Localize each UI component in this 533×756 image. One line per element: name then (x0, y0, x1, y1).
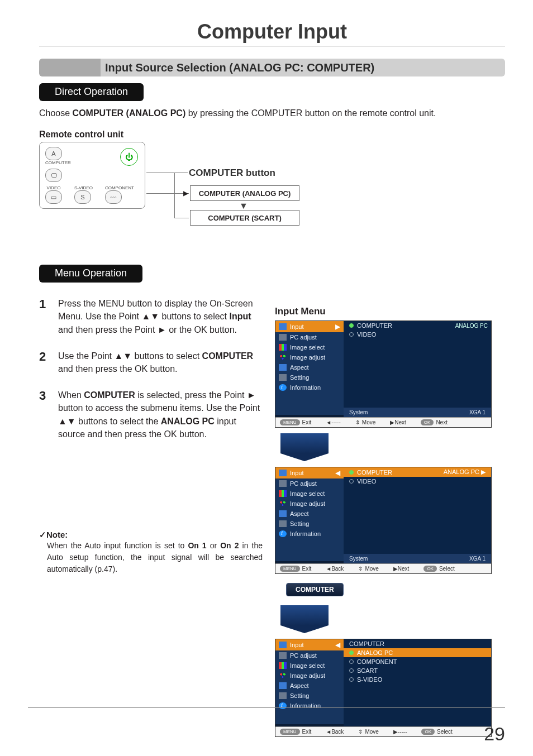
image-select-icon (279, 344, 287, 351)
sidebar-item-pc-adjust: PC adjust (275, 332, 344, 342)
main-item-scart: SCART (344, 666, 491, 675)
info-icon (279, 702, 287, 709)
analog-pc-tag: ANALOG PC (455, 323, 488, 329)
note-block: ✓Note: When the Auto input function is s… (39, 530, 263, 575)
step-2: 2 Use the Point ▲▼ buttons to select COM… (39, 350, 263, 375)
note-text: When the Auto input function is set to O… (47, 540, 263, 575)
video-label: VIDEO (45, 185, 62, 190)
radio-on-icon (349, 470, 354, 475)
blue-arrow-down-icon (280, 605, 329, 625)
radio-off-icon (349, 659, 354, 664)
osd-screenshot-3: Input◀ PC adjust Image select Image adju… (275, 639, 492, 737)
bb-select: OKSelect (421, 729, 452, 735)
pc-adjust-icon (279, 652, 287, 659)
system-row: SystemXGA 1 (344, 554, 491, 563)
bb-back: ◄----- (326, 419, 341, 425)
blue-arrow-down-icon (280, 433, 329, 453)
osd-screenshot-1: Input▶ PC adjust Image select Image adju… (275, 320, 492, 428)
radio-on-icon (349, 323, 354, 328)
remote-control-box: A COMPUTER ⏻ 🖵 VIDEO▭ S-VIDEOS COMPONENT… (39, 142, 145, 209)
aspect-icon (279, 364, 287, 371)
sidebar-item-image-select: Image select (275, 489, 344, 499)
leader-arrow-2 (174, 218, 189, 218)
info-icon (279, 530, 287, 537)
bb-move: ⇕ Move (358, 566, 378, 572)
image-adjust-icon (279, 672, 287, 679)
input-icon (279, 470, 287, 476)
menu-operation-pill: Menu Operation (39, 265, 142, 283)
flow-box-analog-pc: COMPUTER (ANALOG PC) (190, 185, 299, 201)
osd-sidebar: Input◀ PC adjust Image select Image adju… (275, 467, 344, 561)
sidebar-item-information: Information (275, 701, 344, 711)
osd-bottom-bar: MENUExit ◄Back ⇕ Move ▶Next OKSelect (275, 563, 491, 573)
rule-bottom (28, 707, 505, 708)
ok-pill-icon: OK (421, 419, 434, 425)
osd-sidebar: Input▶ PC adjust Image select Image adju… (275, 321, 344, 415)
remote-control-title: Remote control unit (39, 130, 505, 140)
radio-off-icon (349, 479, 354, 484)
menu-pill-icon: MENU (280, 419, 300, 425)
flow-box-scart: COMPUTER (SCART) (190, 210, 299, 226)
step-number: 3 (39, 389, 51, 441)
osd-screenshot-2: Input◀ PC adjust Image select Image adju… (275, 467, 492, 574)
main-item-computer: COMPUTER (344, 639, 491, 648)
menu-pill-icon: MENU (280, 729, 300, 735)
sidebar-item-image-adjust: Image adjust (275, 671, 344, 681)
sidebar-item-setting: Setting (275, 519, 344, 529)
bb-next: ▶----- (393, 729, 407, 735)
pc-icon: 🖵 (45, 169, 62, 182)
aspect-icon (279, 510, 287, 517)
computer-button-icon: A (45, 147, 62, 160)
bb-back: ◄Back (326, 566, 344, 572)
computer-button-label: COMPUTER (45, 160, 71, 165)
image-select-icon (279, 662, 287, 669)
step-text: When COMPUTER is selected, press the Poi… (58, 389, 263, 441)
bb-exit: MENUExit (280, 729, 311, 735)
chapter-title: Computer Input (39, 20, 505, 44)
sidebar-item-image-adjust: Image adjust (275, 499, 344, 509)
bb-exit: MENUExit (280, 419, 311, 425)
rule-top (39, 46, 505, 46)
sidebar-item-input: Input▶ (275, 321, 344, 332)
power-icon: ⏻ (120, 148, 138, 166)
bb-select: OKSelect (423, 566, 454, 572)
computer-button-title: COMPUTER button (189, 168, 275, 179)
osd-main: ANALOG PC COMPUTER VIDEO SystemXGA 1 (344, 321, 491, 417)
menu-pill-icon: MENU (280, 566, 300, 572)
component-button-icon: ◦◦◦ (105, 190, 122, 204)
step-number: 2 (39, 350, 51, 375)
ok-pill-icon: OK (421, 729, 435, 735)
step-text: Use the Point ▲▼ buttons to select COMPU… (58, 350, 263, 375)
leader-line-2 (146, 193, 174, 194)
pc-adjust-icon (279, 480, 287, 487)
radio-off-icon (349, 668, 354, 673)
sidebar-item-setting: Setting (275, 691, 344, 701)
radio-off-icon (349, 332, 354, 337)
osd-sidebar: Input◀ PC adjust Image select Image adju… (275, 639, 344, 724)
analog-pc-tag: ANALOG PC ▶ (444, 468, 486, 476)
chevron-left-icon: ◀ (335, 469, 340, 477)
sidebar-item-image-select: Image select (275, 342, 344, 352)
setting-icon (279, 692, 287, 699)
step-1: 1 Press the MENU button to display the O… (39, 297, 263, 336)
sidebar-item-image-adjust: Image adjust (275, 352, 344, 362)
note-title: ✓Note: (47, 530, 263, 540)
sidebar-item-aspect: Aspect (275, 509, 344, 519)
main-item-video: VIDEO (344, 330, 491, 339)
main-item-analog-pc-hl: ANALOG PC (344, 648, 491, 657)
osd-bottom-bar: MENUExit ◄Back ⇕ Move ▶----- OKSelect (275, 726, 491, 736)
step-3: 3 When COMPUTER is selected, press the P… (39, 389, 263, 441)
computer-tag: COMPUTER (286, 583, 344, 596)
sidebar-item-aspect: Aspect (275, 362, 344, 372)
sidebar-item-input: Input◀ (275, 467, 344, 479)
osd-main: COMPUTER ANALOG PC COMPONENT SCART S-VID… (344, 639, 491, 726)
sidebar-item-input: Input◀ (275, 639, 344, 650)
info-icon (279, 384, 287, 391)
setting-icon (279, 520, 287, 527)
sidebar-item-pc-adjust: PC adjust (275, 479, 344, 489)
section-header-text: Input Source Selection (ANALOG PC: COMPU… (105, 61, 374, 74)
bb-move: ⇕ Move (358, 729, 378, 735)
page-number: 29 (484, 723, 505, 745)
bb-next: ▶Next (393, 566, 410, 572)
video-button-icon: ▭ (45, 190, 62, 204)
